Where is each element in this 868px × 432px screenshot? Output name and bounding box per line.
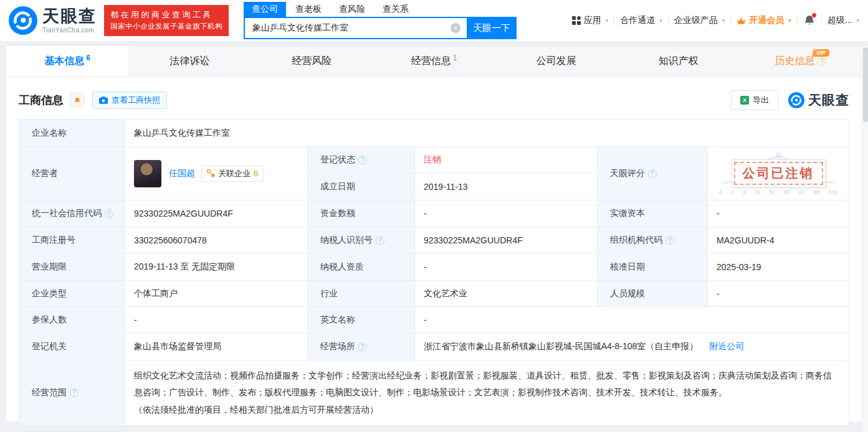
- search-button[interactable]: 天眼一下: [467, 17, 517, 39]
- help-icon[interactable]: ?: [648, 169, 657, 178]
- section-header: 工商信息 查看工商快照 X 导出: [6, 77, 862, 119]
- excel-icon: X: [740, 96, 749, 105]
- search-tabs: 查公司 查老板 查风险 查关系: [244, 2, 517, 17]
- search-tab-risk[interactable]: 查风险: [331, 2, 373, 17]
- nav-enterprise[interactable]: 企业级产品 ▾: [674, 15, 725, 26]
- help-icon[interactable]: ?: [105, 209, 113, 218]
- scrollbar-thumb[interactable]: [863, 47, 868, 122]
- snapshot-button[interactable]: 查看工商快照: [92, 92, 167, 109]
- scope-text: 组织文化艺术交流活动；视频作品拍摄服务；文学创作；经营演出经纪业务；影视剧置景；…: [134, 370, 832, 397]
- help-icon[interactable]: ?: [70, 388, 79, 397]
- tab-history-info[interactable]: 历史信息 ? VIP: [740, 46, 862, 77]
- field-value-capital: -: [415, 200, 598, 227]
- tab-company-development[interactable]: 公司发展: [495, 46, 618, 77]
- nav-apps[interactable]: 应用 ▾: [572, 15, 609, 26]
- nearby-companies-link[interactable]: 附近公司: [709, 341, 744, 352]
- subscribe-button[interactable]: [70, 93, 85, 108]
- watermark-logo: 天眼查: [788, 92, 849, 109]
- help-icon[interactable]: ?: [665, 236, 674, 245]
- field-value-reg-no: 330225606070478: [125, 227, 308, 254]
- field-value-company-type: 个体工商户: [125, 281, 308, 307]
- field-label-capital: 资金数额: [308, 200, 415, 227]
- help-icon[interactable]: ?: [358, 342, 367, 351]
- camera-icon: [99, 96, 108, 104]
- related-companies-button[interactable]: 关联企业 6: [201, 166, 264, 182]
- tab-label: 基本信息: [44, 55, 84, 68]
- field-label-taxpayer-id: 纳税人识别号?: [308, 227, 415, 254]
- subscribe-bell-icon: [74, 96, 81, 105]
- search-tab-boss[interactable]: 查老板: [287, 2, 330, 17]
- field-label-authority: 登记机关: [19, 334, 125, 360]
- field-label-tianyan-score: 天眼评分?: [598, 147, 708, 200]
- field-label-approval-date: 核准日期: [598, 254, 708, 281]
- brand-slogan: 都在用的商业查询工具 国家中小企业发展子基金旗下机构: [104, 5, 229, 36]
- tab-label: 经营风险: [292, 55, 331, 68]
- tab-label: 法律诉讼: [169, 55, 209, 68]
- field-value-english-name: -: [415, 307, 849, 334]
- field-value-taxpayer-quality: -: [415, 254, 598, 281]
- nav-cooperation[interactable]: 合作通道 ▾: [620, 15, 662, 26]
- field-label-taxpayer-quality: 纳税人资质: [308, 254, 415, 281]
- header-nav: 应用 ▾ 合作通道 ▾ 企业级产品 ▾ 开通会员 ▾: [572, 14, 859, 27]
- search-tab-relation[interactable]: 查关系: [374, 2, 417, 17]
- tab-count: 1: [453, 54, 457, 62]
- notification-bell[interactable]: [803, 14, 816, 27]
- field-label-company-type: 企业类型: [19, 281, 125, 307]
- field-value-company-name: 象山乒乓文化传媒工作室: [125, 120, 849, 147]
- field-value-staff-size: -: [708, 281, 849, 307]
- field-value-org-code: MA2GUUDR-4: [708, 227, 849, 254]
- nav-enterprise-label: 企业级产品: [674, 15, 718, 26]
- search-tab-company[interactable]: 查公司: [244, 2, 286, 17]
- deregistered-stamp-text: 公司已注销: [734, 162, 823, 185]
- nav-separator: [730, 16, 731, 25]
- page-scrollbar[interactable]: [862, 46, 868, 432]
- field-value-operator: 任国超 关联企业 6: [125, 147, 308, 200]
- slogan-line1: 都在用的商业查询工具: [110, 9, 222, 21]
- field-value-approval-date: 2025-03-19: [708, 254, 849, 281]
- help-icon[interactable]: ?: [817, 57, 826, 66]
- crown-icon: [737, 17, 746, 25]
- field-value-taxpayer-id: 92330225MA2GUUDR4F: [415, 227, 598, 254]
- operator-avatar[interactable]: [134, 160, 161, 187]
- export-button[interactable]: X 导出: [731, 90, 778, 110]
- tab-count: 6: [86, 54, 90, 62]
- tianyan-score-cell: 0131550859799100 公司已注销: [708, 147, 849, 200]
- tab-legal-proceedings[interactable]: 法律诉讼: [128, 46, 250, 77]
- tab-operation-risk[interactable]: 经营风险: [250, 46, 373, 77]
- field-value-authority: 象山县市场监督管理局: [125, 334, 308, 360]
- field-label-english-name: 英文名称: [308, 307, 415, 334]
- nav-separator: [797, 16, 798, 25]
- business-info-table: 企业名称 象山乒乓文化传媒工作室 经营者 任国超 关联企业 6 登记状态? 注销…: [19, 119, 849, 426]
- tab-operation-info[interactable]: 经营信息 1: [373, 46, 495, 77]
- field-value-scope: 组织文化艺术交流活动；视频作品拍摄服务；文学创作；经营演出经纪业务；影视剧置景；…: [125, 360, 849, 426]
- help-icon[interactable]: ?: [358, 156, 367, 164]
- field-label-establish-date: 成立日期: [308, 174, 415, 200]
- tianyancha-logo[interactable]: 天眼查 TianYanCha.com: [9, 6, 97, 35]
- tab-intellectual-property[interactable]: 知识产权: [618, 46, 740, 77]
- field-value-reg-status: 注销: [415, 147, 598, 174]
- tab-basic-info[interactable]: 基本信息 6: [6, 46, 128, 77]
- field-value-address: 浙江省宁波市象山县新桥镇象山影视城-民国城A4-8-108室（自主申报） 附近公…: [415, 334, 849, 360]
- search-input[interactable]: [244, 17, 467, 39]
- chevron-down-icon: ▾: [722, 17, 725, 24]
- related-companies-label: 关联企业: [218, 168, 250, 179]
- field-value-industry: 文化艺术业: [415, 281, 598, 307]
- search-block: 查公司 查老板 查风险 查关系 × 天眼一下: [244, 2, 517, 39]
- field-value-insured: -: [125, 307, 308, 334]
- field-label-org-code: 组织机构代码?: [598, 227, 708, 254]
- help-icon[interactable]: ?: [376, 236, 384, 245]
- field-label-industry: 行业: [308, 281, 415, 307]
- field-value-paid-capital: -: [708, 200, 849, 227]
- nav-super-vip[interactable]: 超级... ▾: [827, 15, 859, 26]
- related-companies-count: 6: [254, 169, 258, 178]
- clear-search-icon[interactable]: ×: [451, 23, 460, 33]
- slogan-line2: 国家中小企业发展子基金旗下机构: [110, 21, 222, 32]
- field-value-term: 2019-11-13 至 无固定期限: [125, 254, 308, 281]
- related-graph-icon: [207, 169, 215, 177]
- score-axis: 0131550859799100: [719, 189, 837, 195]
- chevron-down-icon: ▾: [659, 17, 662, 24]
- nav-separator: [821, 16, 822, 25]
- nav-open-vip[interactable]: 开通会员 ▾: [737, 15, 791, 26]
- operator-name-link[interactable]: 任国超: [169, 168, 195, 179]
- nav-cooperation-label: 合作通道: [620, 15, 655, 26]
